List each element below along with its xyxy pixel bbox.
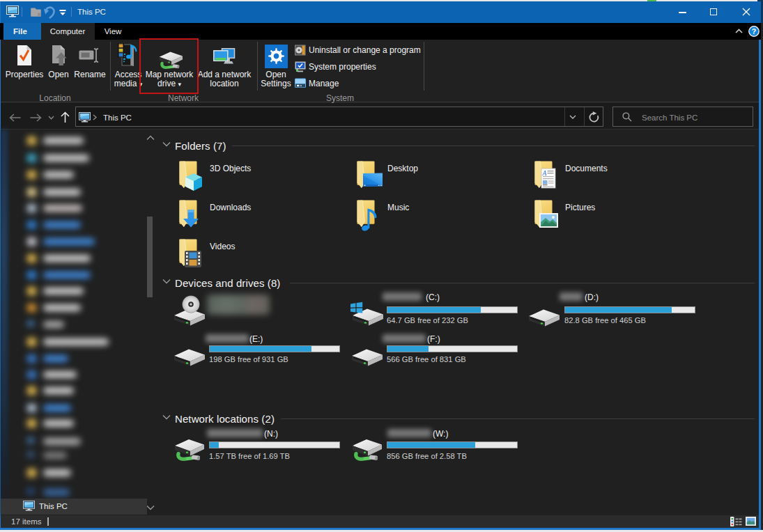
svg-text:A: A <box>542 170 547 177</box>
svg-text:?: ? <box>752 27 756 36</box>
